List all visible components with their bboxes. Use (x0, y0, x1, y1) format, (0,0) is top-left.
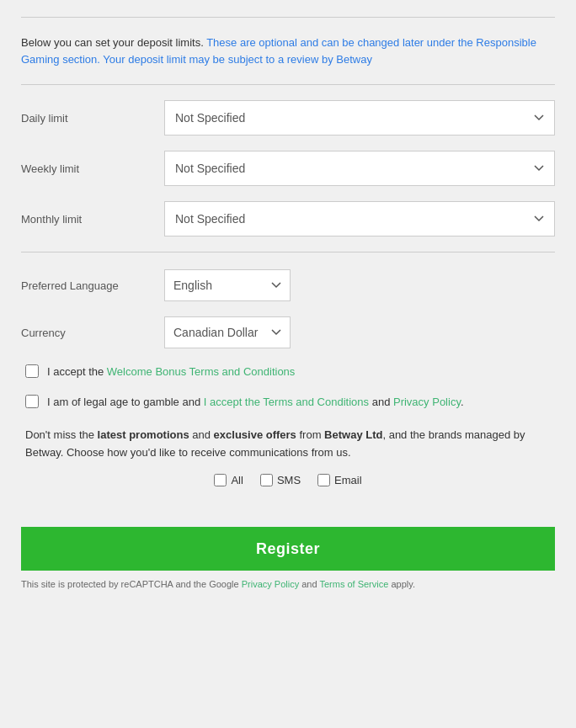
preferred-language-select[interactable]: English French Spanish (164, 269, 291, 301)
section-divider-1 (21, 84, 555, 85)
recaptcha-text: This site is protected by reCAPTCHA and … (21, 579, 555, 589)
comms-sms-label: SMS (277, 472, 301, 490)
monthly-limit-label: Monthly limit (21, 213, 164, 226)
register-button[interactable]: Register (21, 527, 555, 571)
preferred-language-row: Preferred Language English French Spanis… (21, 269, 555, 301)
promo-section: Don't miss the latest promotions and exc… (25, 427, 551, 489)
welcome-bonus-link[interactable]: Welcome Bonus Terms and Conditions (107, 365, 296, 378)
currency-row: Currency Canadian Dollar US Dollar Euro … (21, 316, 555, 348)
terms-checkbox[interactable] (25, 395, 39, 408)
comms-email-checkbox[interactable] (317, 474, 330, 486)
preferred-language-label: Preferred Language (21, 279, 164, 292)
weekly-limit-select[interactable]: Not Specified 10 25 50 100 200 500 (164, 151, 555, 186)
section-divider-2 (21, 252, 555, 252)
comms-email-option[interactable]: Email (317, 472, 362, 490)
register-section: Register This site is protected by reCAP… (21, 514, 555, 589)
welcome-bonus-label: I accept the Welcome Bonus Terms and Con… (47, 364, 295, 380)
comms-sms-checkbox[interactable] (260, 474, 273, 486)
terms-label: I am of legal age to gamble and I accept… (47, 394, 464, 411)
privacy-policy-link[interactable]: Privacy Policy (393, 396, 461, 408)
welcome-bonus-checkbox[interactable] (25, 364, 39, 378)
recaptcha-privacy-link[interactable]: Privacy Policy (242, 579, 299, 589)
comms-all-option[interactable]: All (214, 472, 243, 490)
weekly-limit-label: Weekly limit (21, 162, 164, 175)
currency-label: Currency (21, 327, 164, 339)
daily-limit-label: Daily limit (21, 112, 164, 125)
daily-limit-row: Daily limit Not Specified 10 25 50 100 2… (21, 100, 555, 136)
recaptcha-terms-link[interactable]: Terms of Service (319, 579, 388, 589)
terms-checkbox-row: I am of legal age to gamble and I accept… (21, 394, 555, 411)
comms-all-checkbox[interactable] (214, 474, 227, 486)
monthly-limit-select[interactable]: Not Specified 10 25 50 100 200 500 (164, 201, 555, 236)
intro-text: Below you can set your deposit limits. T… (21, 35, 555, 67)
comms-email-label: Email (334, 472, 362, 490)
currency-select[interactable]: Canadian Dollar US Dollar Euro GBP (164, 316, 291, 348)
comms-sms-option[interactable]: SMS (260, 472, 301, 490)
weekly-limit-row: Weekly limit Not Specified 10 25 50 100 … (21, 151, 555, 186)
daily-limit-select[interactable]: Not Specified 10 25 50 100 200 500 (164, 100, 555, 136)
comms-all-label: All (231, 472, 243, 490)
top-divider (21, 17, 555, 18)
terms-link[interactable]: I accept the Terms and Conditions (204, 396, 369, 408)
comms-options-row: All SMS Email (25, 472, 551, 490)
welcome-bonus-checkbox-row: I accept the Welcome Bonus Terms and Con… (21, 364, 555, 380)
monthly-limit-row: Monthly limit Not Specified 10 25 50 100… (21, 201, 555, 236)
